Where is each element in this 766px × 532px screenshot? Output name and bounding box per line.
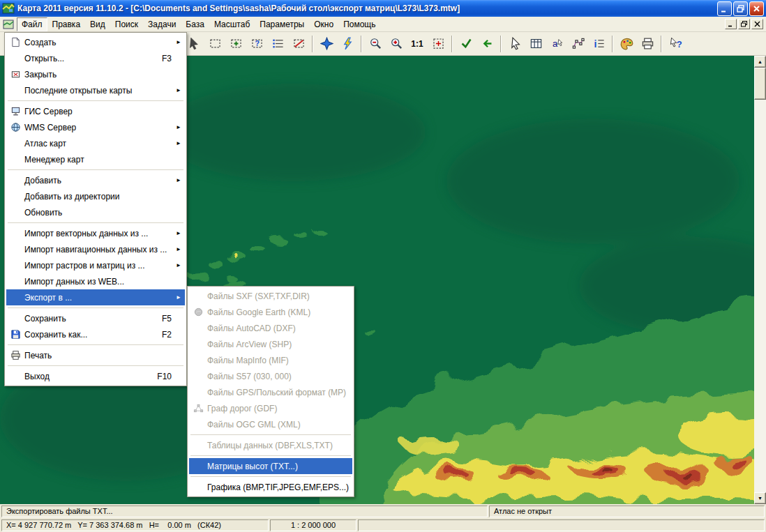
menubar-item-tasks[interactable]: Задачи bbox=[143, 17, 181, 31]
map-scale-readout[interactable]: 1 : 2 000 000 bbox=[270, 519, 356, 531]
menubar-item-search[interactable]: Поиск bbox=[110, 17, 143, 31]
menu-item-gis-server[interactable]: ГИС Сервер bbox=[6, 103, 185, 119]
scale-1-1-icon[interactable]: 1:1 bbox=[407, 34, 427, 54]
menu-item-close-map[interactable]: Закрыть bbox=[6, 66, 185, 82]
menu-item-icon-gutter bbox=[189, 307, 207, 317]
table-icon[interactable] bbox=[526, 34, 546, 54]
menu-item-label: Импорт навигационных данных из ... bbox=[24, 245, 167, 254]
menu-item-shortcut: F3 bbox=[162, 54, 172, 63]
menu-item-import-raster-matrix[interactable]: Импорт растров и матриц из ...► bbox=[6, 257, 185, 273]
menu-separator bbox=[8, 365, 183, 366]
menu-item-wms-server[interactable]: WMS Сервер► bbox=[6, 119, 185, 135]
mdi-minimize-button[interactable] bbox=[725, 19, 737, 29]
menu-item-export-height-matrix[interactable]: Матрицы высот (TXT...) bbox=[189, 458, 352, 474]
menu-item-map-atlas[interactable]: Атлас карт► bbox=[6, 135, 185, 151]
menu-item-right: ► bbox=[173, 124, 185, 130]
menu-separator bbox=[8, 100, 183, 101]
menu-item-label: Менеджер карт bbox=[24, 155, 84, 165]
menu-item-import-web[interactable]: Импорт данных из WEB... bbox=[6, 273, 185, 289]
menu-item-icon-gutter bbox=[6, 37, 24, 47]
select-rect-icon[interactable] bbox=[205, 34, 225, 54]
menu-item-save[interactable]: СохранитьF5 bbox=[6, 310, 185, 326]
lightning-icon bbox=[341, 37, 354, 50]
menu-item-label: Сохранить как... bbox=[24, 330, 87, 340]
menu-item-right: ► bbox=[173, 230, 185, 236]
menu-item-right: F10 bbox=[157, 372, 185, 381]
menubar-item-scale[interactable]: Масштаб bbox=[209, 17, 255, 31]
scroll-up-button[interactable]: ▲ bbox=[754, 56, 766, 68]
menu-item-export-to[interactable]: Экспорт в ...► bbox=[6, 289, 185, 305]
clear-selection-icon[interactable] bbox=[289, 34, 308, 54]
menu-item-open[interactable]: Открыть...F3 bbox=[6, 50, 185, 66]
menu-item-label: Файлы SXF (SXF,TXF,DIR) bbox=[207, 291, 310, 301]
menubar-item-file[interactable]: Файл bbox=[17, 17, 47, 31]
menu-item-save-as[interactable]: Сохранить как...F2 bbox=[6, 326, 185, 342]
back-arrow-icon[interactable] bbox=[477, 34, 497, 54]
zoom-in-icon[interactable] bbox=[386, 34, 406, 54]
menu-item-right: F2 bbox=[162, 330, 185, 340]
pointer-icon bbox=[509, 37, 522, 50]
menu-item-add-from-directory[interactable]: Добавить из директории bbox=[6, 188, 185, 204]
menu-item-import-navigation[interactable]: Импорт навигационных данных из ...► bbox=[6, 241, 185, 257]
menu-item-export-kml: Файлы Google Earth (KML) bbox=[189, 304, 352, 320]
menu-item-import-vector[interactable]: Импорт векторных данных из ...► bbox=[6, 225, 185, 241]
menu-item-label: Сохранить bbox=[24, 314, 66, 324]
menubar-item-help[interactable]: Помощь bbox=[338, 17, 380, 31]
menubar-item-view[interactable]: Вид bbox=[85, 17, 110, 31]
svg-text:i: i bbox=[594, 38, 596, 50]
scrollbar-thumb[interactable] bbox=[754, 68, 766, 100]
menu-item-icon-gutter bbox=[6, 329, 24, 340]
select-query-icon[interactable]: ? bbox=[247, 34, 266, 54]
edit-select-icon[interactable] bbox=[184, 34, 204, 54]
menu-item-export-shp: Файлы ArcView (SHP) bbox=[189, 336, 352, 352]
menubar-item-edit[interactable]: Правка bbox=[47, 17, 86, 31]
mdi-close-button[interactable] bbox=[751, 19, 763, 29]
menubar-item-database[interactable]: База bbox=[181, 17, 209, 31]
compass-icon[interactable] bbox=[317, 34, 336, 54]
lightning-icon[interactable] bbox=[338, 34, 357, 54]
selection-list-icon[interactable] bbox=[268, 34, 287, 54]
menu-item-right: ► bbox=[173, 262, 185, 268]
accept-icon[interactable] bbox=[456, 34, 476, 54]
menubar-item-options[interactable]: Параметры bbox=[255, 17, 309, 31]
vertical-scrollbar[interactable]: ▲ ▼ bbox=[754, 56, 766, 504]
menu-item-map-manager[interactable]: Менеджер карт bbox=[6, 151, 185, 167]
print-icon[interactable] bbox=[638, 34, 657, 54]
menu-item-print[interactable]: Печать bbox=[6, 347, 185, 363]
close-button[interactable] bbox=[749, 1, 764, 16]
print-icon bbox=[641, 37, 654, 50]
menu-item-label: Файлы ArcView (SHP) bbox=[207, 340, 292, 349]
menu-item-refresh[interactable]: Обновить bbox=[6, 204, 185, 220]
back-arrow-icon bbox=[481, 37, 494, 50]
child-window-icon[interactable] bbox=[3, 19, 14, 30]
menu-item-label: Открыть... bbox=[24, 54, 64, 63]
toolbar-separator bbox=[500, 36, 502, 52]
google-earth-icon bbox=[193, 307, 204, 317]
palette-icon[interactable] bbox=[617, 34, 636, 54]
toolbar-separator bbox=[361, 36, 362, 52]
text-select-icon[interactable]: a bbox=[547, 34, 566, 54]
menu-item-new[interactable]: Создать► bbox=[6, 34, 185, 50]
select-add-icon[interactable] bbox=[226, 34, 246, 54]
mdi-restore-button[interactable] bbox=[738, 19, 750, 29]
zoom-out-icon[interactable] bbox=[366, 34, 385, 54]
polygon-nodes-icon[interactable] bbox=[568, 34, 587, 54]
svg-text:a: a bbox=[552, 38, 557, 49]
toolbar-button-label: 1:1 bbox=[411, 39, 423, 49]
menubar-item-window[interactable]: Окно bbox=[309, 17, 338, 31]
minimize-button[interactable] bbox=[717, 1, 732, 16]
menu-item-label: Выход bbox=[24, 372, 50, 381]
menu-item-icon-gutter bbox=[6, 122, 24, 132]
object-info-icon[interactable]: i bbox=[589, 34, 608, 54]
help-pointer-icon[interactable]: ? bbox=[666, 34, 685, 54]
menu-item-export-graphics[interactable]: Графика (BMP,TIF,JPEG,EMF,EPS...) bbox=[189, 479, 352, 495]
menu-item-add[interactable]: Добавить► bbox=[6, 172, 185, 188]
pointer-icon[interactable] bbox=[505, 34, 525, 54]
scroll-down-button[interactable]: ▼ bbox=[754, 492, 766, 504]
fit-selection-icon[interactable] bbox=[428, 34, 448, 54]
menu-item-right: ► bbox=[173, 39, 185, 45]
restore-button[interactable] bbox=[733, 1, 748, 16]
menu-item-recent-maps[interactable]: Последние открытые карты► bbox=[6, 82, 185, 98]
menu-item-exit[interactable]: ВыходF10 bbox=[6, 368, 185, 384]
menu-bar: ФайлПравкаВидПоискЗадачиБазаМасштабПарам… bbox=[0, 17, 766, 32]
